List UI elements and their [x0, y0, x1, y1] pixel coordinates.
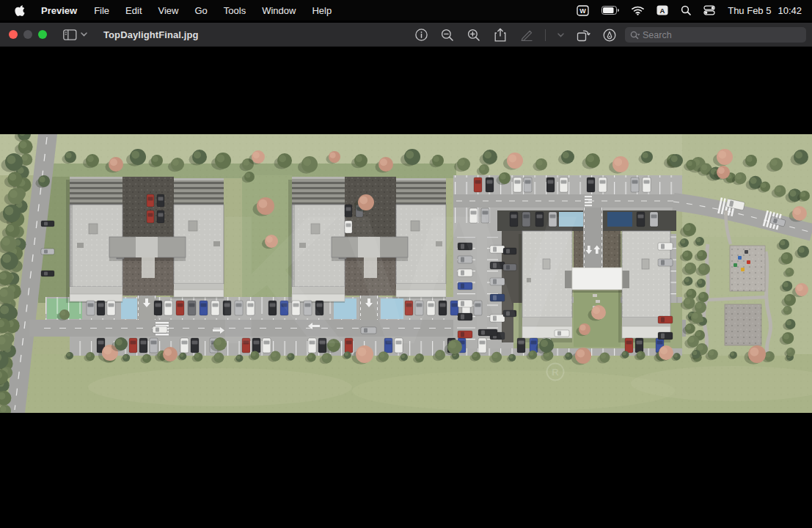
close-button[interactable]	[9, 30, 18, 39]
menu-bar-left: Preview File Edit View Go Tools Window H…	[0, 0, 340, 21]
menu-bar-status: W A Thu Feb 5 10:42	[577, 5, 812, 16]
w-app-menu-extra-icon[interactable]: W	[577, 5, 589, 16]
image-canvas[interactable]: KVV R	[0, 134, 812, 413]
share-button[interactable]	[492, 26, 508, 44]
info-button[interactable]	[413, 26, 429, 44]
control-center-icon[interactable]	[703, 5, 715, 15]
zoom-in-button[interactable]	[466, 26, 482, 44]
menu-item-tools[interactable]: Tools	[216, 0, 254, 21]
menu-bar-clock[interactable]: Thu Feb 5 10:42	[728, 5, 802, 16]
document-title[interactable]: TopDaylightFinal.jpg	[103, 29, 199, 40]
search-icon	[630, 31, 640, 40]
sidebar-toggle[interactable]	[63, 29, 87, 40]
menu-item-edit[interactable]: Edit	[117, 0, 150, 21]
toolbar	[413, 23, 644, 47]
chevron-down-icon	[81, 32, 87, 37]
window-controls	[0, 30, 47, 39]
screen: Preview File Edit View Go Tools Window H…	[0, 0, 812, 528]
toolbar-separator	[545, 29, 546, 41]
menu-item-file[interactable]: File	[86, 0, 117, 21]
menu-bar: Preview File Edit View Go Tools Window H…	[0, 0, 812, 21]
minimize-button[interactable]	[23, 30, 32, 39]
menu-bar-date: Thu Feb 5	[728, 5, 771, 16]
apple-menu-icon[interactable]	[10, 4, 32, 16]
svg-text:KVV: KVV	[213, 177, 577, 382]
menu-bar-time: 10:42	[778, 5, 802, 16]
menu-item-preview[interactable]: Preview	[32, 0, 86, 21]
spotlight-search-icon[interactable]	[681, 5, 691, 15]
svg-text:W: W	[579, 7, 586, 15]
wifi-icon[interactable]	[632, 6, 644, 15]
toolbar-search[interactable]	[625, 27, 806, 43]
annotate-pen-button[interactable]	[601, 26, 618, 44]
viewer-content: KVV R	[0, 47, 812, 528]
search-input[interactable]	[643, 30, 775, 40]
menu-item-help[interactable]: Help	[304, 0, 340, 21]
svg-text:R: R	[552, 367, 559, 378]
markup-menu-chevron[interactable]	[556, 26, 565, 44]
input-source-icon[interactable]: A	[656, 5, 668, 15]
markup-pencil-button[interactable]	[519, 26, 535, 44]
aerial-site-plan-image: KVV R	[0, 134, 812, 413]
menu-item-window[interactable]: Window	[254, 0, 304, 21]
building-cluster-west	[66, 177, 224, 320]
zoom-out-button[interactable]	[439, 26, 456, 44]
zoom-button[interactable]	[38, 30, 47, 39]
menu-item-go[interactable]: Go	[186, 0, 215, 21]
svg-text:A: A	[660, 7, 665, 15]
battery-icon[interactable]	[601, 6, 619, 15]
sidebar-icon	[63, 29, 77, 40]
menu-item-view[interactable]: View	[150, 0, 187, 21]
watermark: KVV R	[213, 177, 577, 382]
window-title-bar: TopDaylightFinal.jpg	[0, 23, 812, 47]
rotate-left-button[interactable]	[575, 26, 591, 44]
